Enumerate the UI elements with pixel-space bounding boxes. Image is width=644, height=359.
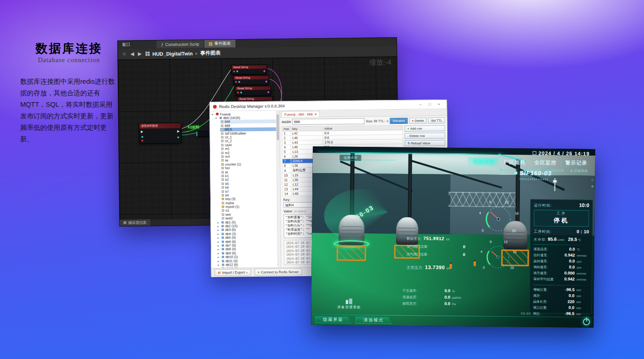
caret-right-icon[interactable]: ▸ [218, 263, 220, 266]
tab-event-graph[interactable]: 事件图表 [204, 40, 236, 48]
metric-rows-group-1: 液面温度: 0.0 ℃ 拉杆速度: 0.942 mm/min 晶转速度: [533, 247, 589, 283]
caret-right-icon[interactable]: ▸ [218, 255, 220, 259]
nav-item[interactable]: 车间详情 [468, 157, 499, 167]
input-pin[interactable] [236, 70, 238, 72]
breadcrumb[interactable]: HUD_DigitalTwin ▸ 事件图表 [145, 49, 220, 57]
home-icon[interactable]: ⌂ [591, 178, 593, 182]
add-row-button[interactable]: + Add row [405, 125, 445, 132]
key-icon [222, 214, 224, 216]
redis-key-tree[interactable]: ▾ Fuwuqi ▾ db0 (16/26) 666 [210, 111, 281, 268]
residual-unit: pa [446, 237, 449, 241]
delete-row-button[interactable]: - Delete row [405, 133, 445, 139]
breadcrumb-page[interactable]: 事件图表 [200, 49, 220, 56]
key-name-input[interactable] [292, 118, 364, 125]
stat-unit: % [450, 290, 469, 293]
caret-right-icon[interactable]: ▸ [218, 232, 220, 236]
cooling-label: 水冷却: [534, 237, 547, 242]
output-pin[interactable] [177, 136, 179, 138]
input-pin[interactable] [233, 70, 235, 72]
output-pin[interactable] [267, 91, 269, 93]
input-pin[interactable] [235, 81, 237, 83]
pump-stats: 干泵频率: 0.0 % 泄漏速度: 0.0 pa/min 极限真空: 0.0 P… [402, 288, 476, 307]
side-icon-strip: ⌂ ≡ [591, 178, 593, 189]
caret-right-icon[interactable]: ▸ [218, 228, 220, 232]
favorite-star-icon[interactable]: ☆ [122, 51, 126, 57]
compiler-tab-label: 编译器结果 [128, 220, 146, 225]
col-header-key[interactable]: key [291, 126, 323, 131]
metric-label: 晶体长度: [533, 300, 547, 304]
valve2-label: 排气阀门流量: [407, 252, 428, 257]
set-ttl-label: Set TTL [431, 119, 443, 122]
output-pin[interactable] [265, 81, 267, 82]
input-pin[interactable] [238, 81, 240, 83]
input-pin[interactable] [141, 139, 143, 141]
input-pin[interactable] [240, 92, 242, 93]
key-icon [222, 198, 224, 200]
cell-row: 11 [282, 178, 291, 182]
equipment-tag: SIF160-03 HRN2403T44401 [514, 169, 552, 181]
blueprint-node-read-string[interactable]: Read String [233, 75, 269, 85]
nav-item[interactable]: 厂区能耗 [499, 158, 530, 167]
set-ttl-button[interactable]: Set TTL [428, 117, 445, 123]
blueprint-node-get-data[interactable]: 获取实时数据 [139, 122, 182, 144]
panel-divider [533, 285, 588, 286]
key-icon [221, 132, 224, 134]
tab-construction-script[interactable]: ƒ Construction Scrip [156, 40, 204, 48]
caret-right-icon[interactable]: ▸ [218, 252, 220, 255]
output-pin[interactable] [264, 70, 265, 72]
connect-server-button[interactable]: + Connect to Redis Server [254, 268, 302, 276]
caret-down-icon[interactable]: ▾ [212, 113, 214, 116]
caret-down-icon[interactable]: ▾ [215, 116, 218, 120]
forward-icon[interactable]: ▶ [138, 51, 142, 57]
residual-pressure-row: 剩余压力: 751.9912 pa [407, 236, 485, 242]
main-pressure-unit: pa [447, 266, 450, 270]
input-pin[interactable] [141, 136, 143, 138]
nav-item[interactable]: 全区监控 [530, 158, 561, 168]
metric-label: 埚位: [533, 312, 540, 316]
residual-label: 剩余压力: [407, 237, 421, 241]
caret-right-icon[interactable]: ▸ [218, 259, 220, 262]
caret-right-icon[interactable]: ▸ [217, 220, 220, 224]
col-header-row[interactable]: row [282, 127, 291, 131]
metric-row: 增锅位置: -96.5 mm [533, 287, 588, 294]
key-tab[interactable]: Fuwuqi : db0 : 666 × [281, 111, 320, 117]
hide-ui-button[interactable]: 隐藏界面 [315, 316, 351, 324]
maximize-icon[interactable]: □ [425, 102, 434, 106]
caret-right-icon[interactable]: ▸ [218, 244, 220, 247]
power-icon[interactable] [583, 318, 590, 325]
input-pin[interactable] [237, 92, 239, 93]
exec-out-pin[interactable] [177, 130, 179, 133]
breadcrumb-root[interactable]: HUD_DigitalTwin [152, 51, 193, 57]
blueprint-node-read-string[interactable]: Read String [235, 86, 271, 96]
footer-tabs: 隐藏界面 漫游模式 [315, 316, 392, 324]
close-tab-icon[interactable]: × [315, 112, 316, 116]
caret-right-icon[interactable]: ▸ [218, 267, 220, 268]
caret-right-icon[interactable]: ▸ [218, 236, 220, 239]
minimize-icon[interactable]: – [416, 102, 425, 106]
back-icon[interactable]: ◀ [130, 51, 134, 57]
compiler-icon [123, 221, 126, 224]
dashboard-hud: 2024 / 4 / 26 14:19 车间详情 厂区能耗 全区监控 警示记录 … [311, 146, 595, 328]
roam-mode-button[interactable]: 漫游模式 [355, 317, 392, 324]
reload-value-button[interactable]: ↻ Reload Value [405, 140, 445, 146]
caret-right-icon[interactable]: ▸ [218, 240, 220, 243]
compiler-results-tab[interactable]: 编译器结果 [120, 219, 150, 226]
blueprint-node-read-string[interactable]: Read String [231, 64, 267, 75]
metric-label: 埚转速度: [533, 265, 547, 270]
list-icon[interactable]: ≡ [591, 185, 593, 189]
delete-button[interactable]: × Delete [409, 117, 426, 123]
datetime-display: 2024 / 4 / 26 14:19 [532, 151, 589, 156]
caret-right-icon[interactable]: ▸ [218, 248, 220, 251]
rename-button[interactable]: Rename [390, 118, 408, 124]
slide-canvas: 数据库连接 Database connection 数据库连接图中采用redis… [0, 0, 644, 359]
nav-item[interactable]: 警示记录 [561, 158, 592, 168]
exec-in-pin[interactable] [141, 130, 143, 133]
subnav-item[interactable]: 设备维保 [570, 168, 587, 173]
caret-right-icon[interactable]: ▸ [218, 225, 220, 228]
scrollbar-thumb[interactable] [276, 115, 279, 140]
key-icon [222, 175, 224, 177]
key-icon [221, 128, 224, 131]
import-export-button[interactable]: ⇄ Import / Export ▾ [214, 269, 251, 276]
close-icon[interactable]: × [434, 102, 443, 106]
ue-window-menu[interactable]: 窗口 [118, 41, 134, 49]
